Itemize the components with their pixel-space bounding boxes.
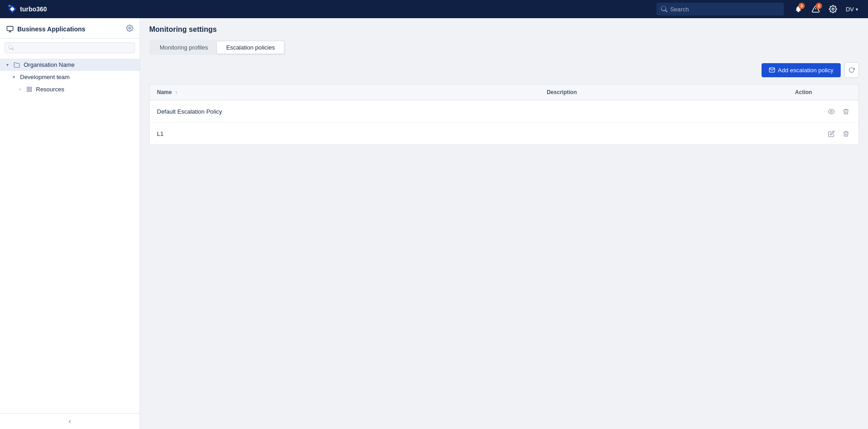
eye-icon (828, 108, 835, 115)
add-button-label: Add escalation policy (778, 67, 833, 74)
svg-point-12 (830, 110, 832, 112)
collapse-icon: ‹ (69, 417, 71, 425)
nav-actions: 3 2 DV ▾ (791, 2, 861, 16)
user-chevron-icon: ▾ (856, 7, 858, 12)
sidebar-settings-button[interactable] (126, 25, 133, 34)
table-header: Name ↑ Description Action (150, 85, 859, 100)
table-row: L1 (150, 123, 859, 145)
svg-rect-8 (27, 87, 29, 89)
refresh-icon (848, 67, 855, 73)
search-icon (661, 6, 667, 12)
top-navigation: turbo360 3 2 DV (0, 0, 868, 18)
view-button-row-1[interactable] (826, 106, 837, 117)
sidebar-title: Business Applications (6, 25, 86, 33)
resources-chevron-icon: › (19, 87, 25, 92)
sidebar-search[interactable] (5, 42, 135, 53)
svg-point-5 (832, 8, 834, 10)
column-header-name[interactable]: Name ↑ (150, 85, 540, 100)
row-1-actions (788, 100, 859, 123)
content-area: Monitoring settings Monitoring profiles … (140, 18, 868, 429)
table-row: Default Escalation Policy (150, 100, 859, 123)
name-sort-icon: ↑ (175, 90, 177, 95)
table-toolbar: Add escalation policy (149, 62, 859, 78)
notifications-badge: 3 (798, 3, 805, 9)
sidebar-search-input[interactable] (16, 45, 131, 51)
trash-icon (843, 108, 849, 115)
escalation-policies-table: Name ↑ Description Action Default Escala… (149, 84, 859, 145)
svg-point-7 (129, 27, 131, 29)
resources-label: Resources (36, 86, 64, 93)
tab-escalation-policies[interactable]: Escalation policies (217, 41, 284, 54)
svg-rect-9 (30, 87, 32, 89)
svg-rect-11 (27, 90, 29, 92)
global-search[interactable] (656, 3, 784, 15)
sidebar-title-text: Business Applications (17, 25, 86, 33)
organisation-chevron-icon: ▾ (6, 62, 12, 67)
edit-icon (828, 130, 835, 137)
turbo360-logo-icon (7, 4, 17, 14)
sidebar-tree: ▾ Organisation Name ▾ Development team ›… (0, 57, 140, 413)
gear-icon (829, 5, 837, 13)
alerts-button[interactable]: 2 (808, 2, 823, 16)
refresh-button[interactable] (844, 62, 859, 78)
settings-button[interactable] (826, 2, 840, 16)
column-header-action: Action (788, 85, 859, 100)
email-icon (769, 67, 775, 73)
edit-button-row-2[interactable] (826, 128, 837, 139)
add-escalation-policy-button[interactable]: Add escalation policy (762, 63, 841, 77)
delete-button-row-1[interactable] (840, 106, 851, 117)
sidebar-item-organisation[interactable]: ▾ Organisation Name (0, 59, 140, 71)
sidebar-search-icon (9, 45, 14, 50)
search-input[interactable] (670, 6, 779, 13)
devteam-label: Development team (20, 74, 70, 80)
sidebar-collapse-button[interactable]: ‹ (0, 413, 140, 429)
alerts-badge: 2 (816, 3, 822, 9)
table-section: Add escalation policy Name ↑ (140, 55, 868, 429)
tab-bar: Monitoring profiles Escalation policies (149, 40, 285, 55)
tab-monitoring-profiles[interactable]: Monitoring profiles (151, 41, 217, 54)
sidebar-item-resources[interactable]: › Resources (0, 83, 140, 95)
delete-button-row-2[interactable] (840, 128, 851, 139)
column-header-description: Description (540, 85, 788, 100)
sidebar-item-development-team[interactable]: ▾ Development team (0, 71, 140, 83)
user-initials: DV (846, 6, 854, 13)
app-logo: turbo360 (7, 4, 47, 14)
sidebar: Business Applications ▾ Orga (0, 18, 140, 429)
row-1-name: Default Escalation Policy (150, 100, 540, 123)
row-2-description (540, 123, 788, 145)
user-menu[interactable]: DV ▾ (843, 4, 861, 15)
app-name: turbo360 (20, 5, 47, 13)
row-2-actions (788, 123, 859, 145)
row-2-name: L1 (150, 123, 540, 145)
row-1-description (540, 100, 788, 123)
content-header: Monitoring settings Monitoring profiles … (140, 18, 868, 55)
notifications-button[interactable]: 3 (791, 2, 806, 16)
grid-icon (26, 86, 32, 92)
svg-rect-6 (7, 26, 13, 30)
business-applications-icon (6, 25, 14, 33)
page-title: Monitoring settings (149, 25, 859, 34)
sidebar-header: Business Applications (0, 18, 140, 39)
svg-rect-10 (30, 90, 32, 92)
table-body: Default Escalation Policy (150, 100, 859, 145)
main-layout: Business Applications ▾ Orga (0, 18, 868, 429)
organisation-label: Organisation Name (24, 61, 75, 68)
trash-icon (843, 130, 849, 137)
folder-icon (14, 62, 20, 68)
sidebar-gear-icon (126, 25, 133, 32)
devteam-chevron-icon: ▾ (13, 75, 18, 80)
